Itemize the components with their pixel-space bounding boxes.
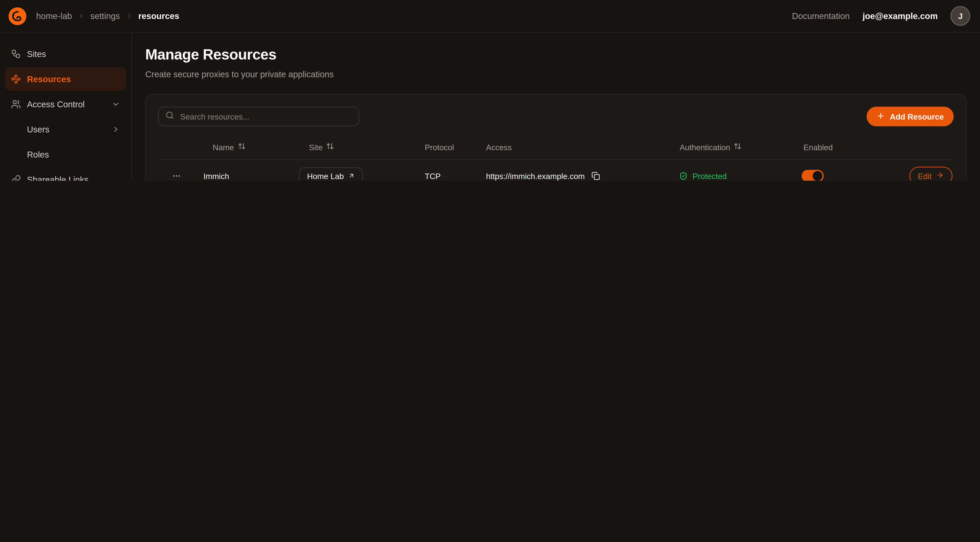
sidebar-item-label: Users bbox=[27, 124, 49, 134]
table-header: Name Site Protocol Access Authentication… bbox=[158, 135, 954, 160]
sidebar-item-sites[interactable]: Sites bbox=[5, 42, 126, 65]
copy-button[interactable] bbox=[590, 171, 601, 181]
ellipsis-icon bbox=[172, 172, 181, 180]
row-menu-button[interactable] bbox=[170, 169, 183, 181]
search-box bbox=[158, 107, 359, 126]
chevron-right-icon bbox=[78, 12, 85, 20]
app-window: home-lab settings resources Documentatio… bbox=[0, 0, 980, 181]
sidebar-nav: Sites Resources Access Control Users bbox=[0, 32, 131, 181]
sidebar-item-label: Sites bbox=[27, 49, 46, 59]
plus-icon bbox=[877, 112, 885, 122]
main-content: Manage Resources Create secure proxies t… bbox=[132, 32, 980, 181]
resources-card: Add Resource Name Site Protocol Acce bbox=[145, 94, 967, 181]
access-column-header: Access bbox=[486, 143, 679, 152]
sidebar-item-label: Access Control bbox=[27, 99, 84, 109]
breadcrumb-resources[interactable]: resources bbox=[138, 11, 179, 21]
sidebar-item-resources[interactable]: Resources bbox=[5, 67, 126, 91]
sort-by-authentication-header[interactable]: Authentication bbox=[680, 142, 742, 152]
copy-icon bbox=[592, 172, 600, 180]
sidebar-item-shareable-links[interactable]: Shareable Links bbox=[5, 168, 126, 181]
sidebar: Sites Resources Access Control Users bbox=[0, 32, 132, 181]
breadcrumb-settings[interactable]: settings bbox=[90, 11, 120, 21]
sort-by-site-header[interactable]: Site bbox=[309, 142, 334, 152]
sidebar-item-access-control[interactable]: Access Control bbox=[5, 92, 126, 116]
sidebar-item-roles[interactable]: Roles bbox=[5, 143, 126, 166]
workflow-icon bbox=[11, 49, 21, 59]
sort-by-name-header[interactable]: Name bbox=[213, 142, 245, 152]
sidebar-item-label: Roles bbox=[27, 150, 49, 159]
search-input[interactable] bbox=[179, 112, 352, 122]
sort-icon bbox=[734, 142, 742, 152]
enabled-toggle[interactable] bbox=[802, 170, 824, 181]
edit-button[interactable]: Edit bbox=[909, 167, 953, 181]
user-email[interactable]: joe@example.com bbox=[862, 11, 938, 21]
arrow-up-right-icon bbox=[348, 172, 355, 181]
pangolin-logo-icon bbox=[8, 6, 27, 26]
chevron-right-icon bbox=[111, 125, 120, 134]
site-link-button[interactable]: Home Lab bbox=[299, 167, 363, 181]
users-icon bbox=[11, 99, 21, 109]
breadcrumb-org[interactable]: home-lab bbox=[36, 11, 72, 21]
resource-name: Immich bbox=[204, 172, 229, 181]
access-url: https://immich.example.com bbox=[486, 172, 585, 181]
page-title: Manage Resources bbox=[145, 46, 967, 63]
documentation-link[interactable]: Documentation bbox=[792, 11, 850, 21]
avatar[interactable]: J bbox=[951, 6, 970, 26]
sort-icon bbox=[326, 142, 334, 152]
sidebar-item-users[interactable]: Users bbox=[5, 118, 126, 141]
chevron-down-icon bbox=[111, 100, 120, 108]
topbar: home-lab settings resources Documentatio… bbox=[0, 0, 980, 32]
auth-status-badge: Protected bbox=[679, 172, 727, 181]
protocol-column-header: Protocol bbox=[422, 143, 486, 152]
search-icon bbox=[165, 111, 174, 122]
shield-check-icon bbox=[679, 172, 688, 180]
sidebar-item-label: Shareable Links bbox=[27, 175, 89, 181]
table-row: Immich Home Lab TCP https://immich.examp… bbox=[158, 160, 954, 181]
sort-icon bbox=[238, 142, 245, 152]
page-subtitle: Create secure proxies to your private ap… bbox=[145, 69, 967, 79]
link-icon bbox=[11, 175, 21, 181]
protocol-value: TCP bbox=[425, 172, 441, 181]
enabled-column-header: Enabled bbox=[802, 143, 886, 152]
waypoints-icon bbox=[11, 74, 21, 84]
sidebar-item-label: Resources bbox=[27, 74, 71, 84]
chevron-right-icon bbox=[126, 12, 133, 20]
add-resource-button[interactable]: Add Resource bbox=[867, 107, 954, 126]
arrow-right-icon bbox=[936, 171, 944, 181]
breadcrumb: home-lab settings resources bbox=[36, 11, 179, 21]
